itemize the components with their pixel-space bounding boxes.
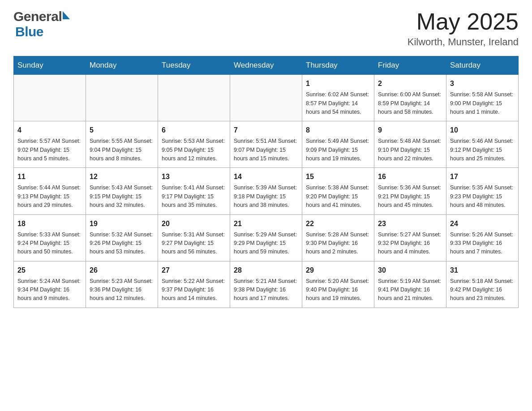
logo-arrow-icon	[63, 11, 70, 19]
calendar-cell: 3Sunrise: 5:58 AM Sunset: 9:00 PM Daylig…	[446, 75, 519, 121]
day-number: 2	[378, 78, 442, 89]
calendar-cell: 20Sunrise: 5:31 AM Sunset: 9:27 PM Dayli…	[158, 214, 230, 261]
day-number: 27	[162, 265, 226, 276]
calendar-cell: 17Sunrise: 5:35 AM Sunset: 9:23 PM Dayli…	[446, 168, 519, 214]
calendar-cell: 25Sunrise: 5:24 AM Sunset: 9:34 PM Dayli…	[14, 261, 86, 308]
day-info: Sunrise: 5:21 AM Sunset: 9:38 PM Dayligh…	[234, 277, 298, 303]
calendar-day-header: Monday	[86, 56, 158, 75]
calendar-cell: 8Sunrise: 5:49 AM Sunset: 9:09 PM Daylig…	[302, 121, 374, 168]
day-info: Sunrise: 5:31 AM Sunset: 9:27 PM Dayligh…	[162, 231, 226, 257]
calendar-week-row: 25Sunrise: 5:24 AM Sunset: 9:34 PM Dayli…	[14, 261, 519, 308]
logo-blue-text: Blue	[15, 24, 43, 39]
day-info: Sunrise: 5:39 AM Sunset: 9:18 PM Dayligh…	[234, 184, 298, 210]
calendar-week-row: 11Sunrise: 5:44 AM Sunset: 9:13 PM Dayli…	[14, 168, 519, 214]
day-number: 29	[306, 265, 370, 276]
calendar-week-row: 18Sunrise: 5:33 AM Sunset: 9:24 PM Dayli…	[14, 214, 519, 261]
calendar-day-header: Sunday	[14, 56, 86, 75]
calendar-cell	[230, 75, 302, 121]
calendar-cell: 12Sunrise: 5:43 AM Sunset: 9:15 PM Dayli…	[86, 168, 158, 214]
calendar-cell: 28Sunrise: 5:21 AM Sunset: 9:38 PM Dayli…	[230, 261, 302, 308]
day-info: Sunrise: 5:55 AM Sunset: 9:04 PM Dayligh…	[90, 137, 154, 163]
day-info: Sunrise: 5:23 AM Sunset: 9:36 PM Dayligh…	[90, 277, 154, 303]
logo: General Blue	[13, 9, 71, 39]
day-number: 8	[306, 125, 370, 136]
day-info: Sunrise: 5:29 AM Sunset: 9:29 PM Dayligh…	[234, 231, 298, 257]
day-info: Sunrise: 5:33 AM Sunset: 9:24 PM Dayligh…	[17, 231, 82, 257]
calendar-cell: 22Sunrise: 5:28 AM Sunset: 9:30 PM Dayli…	[302, 214, 374, 261]
day-number: 10	[450, 125, 515, 136]
day-info: Sunrise: 5:44 AM Sunset: 9:13 PM Dayligh…	[17, 184, 82, 210]
day-info: Sunrise: 5:28 AM Sunset: 9:30 PM Dayligh…	[306, 231, 370, 257]
calendar-week-row: 1Sunrise: 6:02 AM Sunset: 8:57 PM Daylig…	[14, 75, 519, 121]
day-info: Sunrise: 5:43 AM Sunset: 9:15 PM Dayligh…	[90, 184, 154, 210]
title-section: May 2025 Kilworth, Munster, Ireland	[408, 9, 519, 48]
day-info: Sunrise: 5:32 AM Sunset: 9:26 PM Dayligh…	[90, 231, 154, 257]
day-info: Sunrise: 5:22 AM Sunset: 9:37 PM Dayligh…	[162, 277, 226, 303]
day-number: 28	[234, 265, 298, 276]
day-info: Sunrise: 5:58 AM Sunset: 9:00 PM Dayligh…	[450, 90, 515, 116]
calendar-day-header: Thursday	[302, 56, 374, 75]
calendar-cell: 18Sunrise: 5:33 AM Sunset: 9:24 PM Dayli…	[14, 214, 86, 261]
day-info: Sunrise: 6:02 AM Sunset: 8:57 PM Dayligh…	[306, 90, 370, 116]
calendar-cell: 15Sunrise: 5:38 AM Sunset: 9:20 PM Dayli…	[302, 168, 374, 214]
day-number: 31	[450, 265, 515, 276]
calendar-cell: 2Sunrise: 6:00 AM Sunset: 8:59 PM Daylig…	[374, 75, 446, 121]
page-header: General Blue May 2025 Kilworth, Munster,…	[13, 9, 519, 48]
day-number: 18	[17, 218, 82, 229]
day-number: 16	[378, 171, 442, 182]
day-number: 19	[90, 218, 154, 229]
calendar-cell	[14, 75, 86, 121]
calendar-cell: 11Sunrise: 5:44 AM Sunset: 9:13 PM Dayli…	[14, 168, 86, 214]
day-info: Sunrise: 5:41 AM Sunset: 9:17 PM Dayligh…	[162, 184, 226, 210]
day-info: Sunrise: 5:35 AM Sunset: 9:23 PM Dayligh…	[450, 184, 515, 210]
day-number: 30	[378, 265, 442, 276]
day-info: Sunrise: 5:49 AM Sunset: 9:09 PM Dayligh…	[306, 137, 370, 163]
calendar-cell: 4Sunrise: 5:57 AM Sunset: 9:02 PM Daylig…	[14, 121, 86, 168]
day-number: 15	[306, 171, 370, 182]
calendar-cell: 30Sunrise: 5:19 AM Sunset: 9:41 PM Dayli…	[374, 261, 446, 308]
day-info: Sunrise: 5:51 AM Sunset: 9:07 PM Dayligh…	[234, 137, 298, 163]
month-title: May 2025	[408, 9, 519, 34]
day-info: Sunrise: 5:27 AM Sunset: 9:32 PM Dayligh…	[378, 231, 442, 257]
day-number: 26	[90, 265, 154, 276]
day-info: Sunrise: 5:53 AM Sunset: 9:05 PM Dayligh…	[162, 137, 226, 163]
calendar-cell: 29Sunrise: 5:20 AM Sunset: 9:40 PM Dayli…	[302, 261, 374, 308]
calendar-cell: 26Sunrise: 5:23 AM Sunset: 9:36 PM Dayli…	[86, 261, 158, 308]
calendar-cell: 7Sunrise: 5:51 AM Sunset: 9:07 PM Daylig…	[230, 121, 302, 168]
calendar-day-header: Tuesday	[158, 56, 230, 75]
calendar-cell: 9Sunrise: 5:48 AM Sunset: 9:10 PM Daylig…	[374, 121, 446, 168]
day-number: 3	[450, 78, 515, 89]
calendar-cell: 31Sunrise: 5:18 AM Sunset: 9:42 PM Dayli…	[446, 261, 519, 308]
calendar-table: SundayMondayTuesdayWednesdayThursdayFrid…	[13, 56, 519, 308]
day-number: 17	[450, 171, 515, 182]
day-info: Sunrise: 6:00 AM Sunset: 8:59 PM Dayligh…	[378, 90, 442, 116]
day-number: 13	[162, 171, 226, 182]
calendar-cell	[158, 75, 230, 121]
day-number: 24	[450, 218, 515, 229]
day-info: Sunrise: 5:57 AM Sunset: 9:02 PM Dayligh…	[17, 137, 82, 163]
calendar-cell: 1Sunrise: 6:02 AM Sunset: 8:57 PM Daylig…	[302, 75, 374, 121]
day-number: 25	[17, 265, 82, 276]
day-number: 22	[306, 218, 370, 229]
calendar-cell: 10Sunrise: 5:46 AM Sunset: 9:12 PM Dayli…	[446, 121, 519, 168]
day-number: 23	[378, 218, 442, 229]
day-number: 14	[234, 171, 298, 182]
day-info: Sunrise: 5:46 AM Sunset: 9:12 PM Dayligh…	[450, 137, 515, 163]
day-number: 1	[306, 78, 370, 89]
calendar-cell: 21Sunrise: 5:29 AM Sunset: 9:29 PM Dayli…	[230, 214, 302, 261]
calendar-cell: 27Sunrise: 5:22 AM Sunset: 9:37 PM Dayli…	[158, 261, 230, 308]
day-number: 7	[234, 125, 298, 136]
calendar-cell	[86, 75, 158, 121]
day-number: 4	[17, 125, 82, 136]
day-info: Sunrise: 5:36 AM Sunset: 9:21 PM Dayligh…	[378, 184, 442, 210]
calendar-day-header: Friday	[374, 56, 446, 75]
logo-general-text: General	[13, 9, 62, 24]
calendar-cell: 13Sunrise: 5:41 AM Sunset: 9:17 PM Dayli…	[158, 168, 230, 214]
day-number: 12	[90, 171, 154, 182]
calendar-header-row: SundayMondayTuesdayWednesdayThursdayFrid…	[14, 56, 519, 75]
calendar-day-header: Wednesday	[230, 56, 302, 75]
calendar-day-header: Saturday	[446, 56, 519, 75]
day-number: 21	[234, 218, 298, 229]
day-info: Sunrise: 5:18 AM Sunset: 9:42 PM Dayligh…	[450, 277, 515, 303]
day-number: 20	[162, 218, 226, 229]
